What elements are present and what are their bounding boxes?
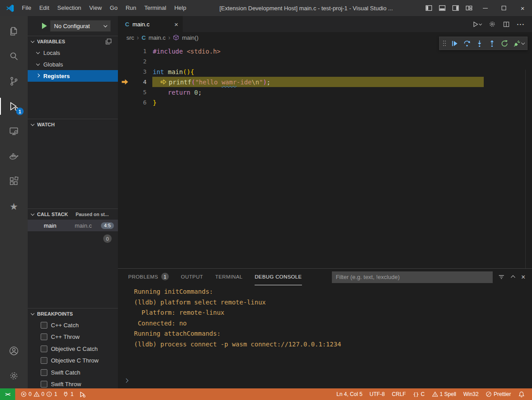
breakpoints-header[interactable]: BREAKPOINTS <box>28 308 118 319</box>
menu-item[interactable]: View <box>85 0 106 16</box>
debug-console-output[interactable]: Running initCommands:(lldb) platform sel… <box>118 285 532 388</box>
tab-main-c[interactable]: C main.c × <box>118 16 183 32</box>
breakpoint-checkbox[interactable] <box>41 333 47 340</box>
minimize-button[interactable] <box>476 0 494 16</box>
run-or-debug-button[interactable] <box>472 21 482 28</box>
activity-favorites[interactable]: ★ <box>0 194 28 219</box>
watch-header[interactable]: WATCH <box>28 119 118 130</box>
breakpoint-checkbox[interactable] <box>41 357 47 364</box>
settings-gear-button[interactable] <box>489 21 496 28</box>
code-editor[interactable]: 1#include <stdio.h>23int main(){4 printf… <box>118 43 532 268</box>
breadcrumb-folder[interactable]: src <box>126 34 134 41</box>
filter-lines-icon[interactable] <box>498 274 505 280</box>
activity-remote-explorer[interactable] <box>0 119 28 144</box>
breakpoint-checkbox[interactable] <box>41 322 47 329</box>
breakpoint-checkbox[interactable] <box>41 346 47 352</box>
close-window-button[interactable]: × <box>513 0 532 16</box>
warning-icon <box>34 391 40 397</box>
collapse-all-icon[interactable] <box>105 38 112 45</box>
activity-settings[interactable] <box>0 363 28 388</box>
menu-item[interactable]: File <box>18 0 35 16</box>
tree-item-label: Locals <box>43 50 60 56</box>
breakpoint-checkbox[interactable] <box>41 369 47 376</box>
toggle-panel-icon[interactable] <box>436 0 449 16</box>
variables-item-locals[interactable]: Locals <box>28 47 118 58</box>
cursor-position[interactable]: Ln 4, Col 5 <box>333 388 366 400</box>
split-editor-icon <box>503 21 510 28</box>
disconnect-button[interactable] <box>511 38 523 49</box>
remote-indicator[interactable]: >< <box>0 388 15 400</box>
language-mode[interactable]: {} C <box>410 388 428 400</box>
more-actions-icon[interactable]: ··· <box>517 21 525 28</box>
tab-debug-console[interactable]: DEBUG CONSOLE <box>255 269 302 285</box>
encoding-status[interactable]: UTF-8 <box>366 388 388 400</box>
activity-run-and-debug[interactable]: 1 <box>0 94 28 119</box>
debug-current-frame-arrow-icon[interactable] <box>118 79 130 85</box>
menu-item[interactable]: Selection <box>53 0 85 16</box>
panel-tabs: PROBLEMS 1 OUTPUT TERMINAL DEBUG CONSOLE <box>128 269 302 285</box>
debug-console-input[interactable] <box>125 378 128 384</box>
toggle-secondary-sidebar-icon[interactable] <box>449 0 462 16</box>
step-over-button[interactable] <box>461 38 473 49</box>
breakpoint-item[interactable]: Objective C Throw <box>28 355 118 367</box>
variables-item-globals[interactable]: Globals <box>28 58 118 70</box>
toggle-sidebar-icon[interactable] <box>422 0 436 16</box>
split-editor-button[interactable] <box>503 21 510 28</box>
editor-scrollbar[interactable] <box>525 70 532 268</box>
close-tab-icon[interactable]: × <box>174 21 178 28</box>
breakpoint-item[interactable]: C++ Throw <box>28 331 118 343</box>
maximize-button[interactable] <box>494 0 513 16</box>
activity-docker[interactable] <box>0 144 28 169</box>
menu-item[interactable]: Go <box>106 0 121 16</box>
debug-config-row: No Configurat <box>28 16 118 36</box>
menu-item[interactable]: Edit <box>35 0 53 16</box>
menu-item[interactable]: Run <box>121 0 140 16</box>
tab-output[interactable]: OUTPUT <box>181 269 203 285</box>
breakpoint-checkbox[interactable] <box>41 381 47 388</box>
activity-extensions[interactable] <box>0 169 28 194</box>
start-debug-icon[interactable] <box>42 23 47 29</box>
tab-problems[interactable]: PROBLEMS 1 <box>128 269 169 285</box>
ports-status[interactable]: 1 <box>60 388 76 400</box>
eol-status[interactable]: CRLF <box>388 388 409 400</box>
activity-account[interactable] <box>0 338 28 363</box>
menu-item[interactable]: Terminal <box>140 0 170 16</box>
activity-search[interactable] <box>0 44 28 69</box>
console-filter-input[interactable] <box>332 271 493 283</box>
watch-header-label: WATCH <box>37 122 55 127</box>
breakpoint-item[interactable]: Swift Throw <box>28 379 118 389</box>
stack-frame-row[interactable]: main main.c 4:5 <box>28 220 118 231</box>
variables-header[interactable]: VARIABLES <box>28 36 118 47</box>
step-into-button[interactable] <box>473 38 485 49</box>
spell-checker-status[interactable]: 1 Spell <box>428 388 460 400</box>
formatter-status[interactable]: Prettier <box>482 388 515 400</box>
variables-item-registers[interactable]: Registers <box>28 70 118 82</box>
notifications-status[interactable] <box>515 388 528 400</box>
inline-breakpoint-icon[interactable] <box>160 79 168 85</box>
activity-explorer[interactable] <box>0 19 28 44</box>
step-into-icon <box>476 40 483 47</box>
toolbar-drag-handle[interactable] <box>441 40 448 47</box>
paused-status: Paused on st... <box>75 212 109 217</box>
platform-status[interactable]: Win32 <box>460 388 482 400</box>
plug-icon <box>63 391 69 397</box>
breakpoint-item[interactable]: C++ Catch <box>28 319 118 331</box>
close-panel-icon[interactable]: × <box>521 273 525 281</box>
maximize-panel-icon[interactable] <box>511 275 515 280</box>
activity-source-control[interactable] <box>0 69 28 94</box>
menu-bar: FileEditSelectionViewGoRunTerminalHelp <box>18 0 190 16</box>
breakpoint-item[interactable]: Swift Catch <box>28 367 118 379</box>
debug-session-status[interactable] <box>76 388 88 400</box>
menu-item[interactable]: Help <box>170 0 190 16</box>
debug-config-dropdown[interactable]: No Configurat <box>50 20 111 32</box>
problems-status[interactable]: 0 0 1 <box>18 388 60 400</box>
restart-button[interactable] <box>498 38 510 49</box>
breakpoint-item[interactable]: Objective C Catch <box>28 343 118 355</box>
continue-button[interactable] <box>448 38 460 49</box>
customize-layout-icon[interactable] <box>462 0 476 16</box>
step-out-button[interactable] <box>486 38 498 49</box>
tab-terminal[interactable]: TERMINAL <box>215 269 243 285</box>
breadcrumb-symbol[interactable]: main() <box>182 34 198 41</box>
call-stack-header[interactable]: CALL STACK Paused on st... <box>28 209 118 220</box>
breadcrumb-file[interactable]: main.c <box>148 34 165 41</box>
